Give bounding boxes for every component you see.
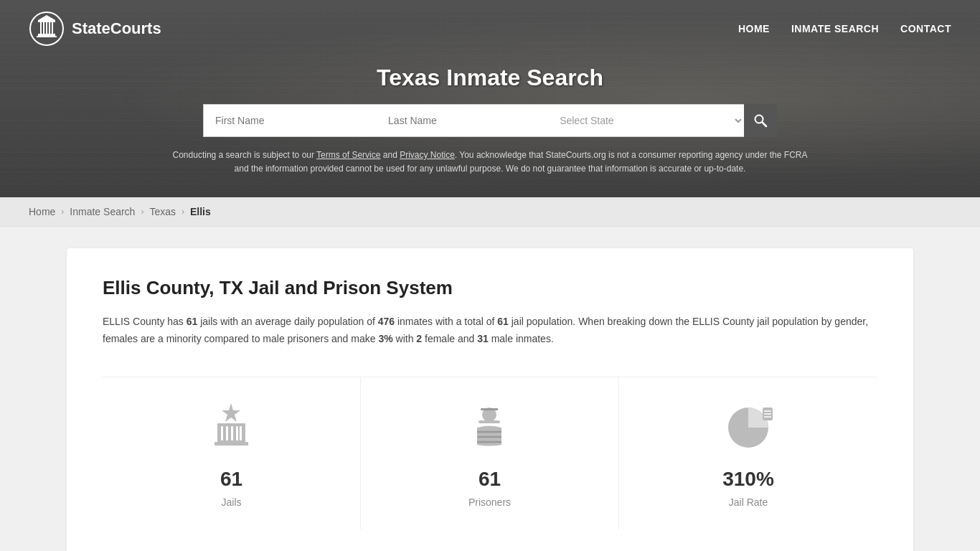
nav-links: HOME INMATE SEARCH CONTACT — [738, 23, 951, 34]
prisoners-label: Prisoners — [468, 496, 511, 508]
tos-link[interactable]: Terms of Service — [316, 150, 380, 160]
breadcrumb: Home › Inmate Search › Texas › Ellis — [29, 206, 951, 217]
svg-rect-15 — [226, 426, 228, 441]
search-section: Texas Inmate Search Select State Alabama… — [0, 57, 980, 197]
svg-marker-12 — [222, 403, 240, 422]
svg-rect-5 — [46, 22, 47, 34]
stat-jail-rate: 310% Jail Rate — [619, 377, 877, 529]
nav-home[interactable]: HOME — [738, 23, 770, 34]
breadcrumb-home[interactable]: Home — [29, 206, 55, 217]
svg-rect-18 — [240, 426, 242, 441]
jail-rate-number: 310% — [722, 468, 774, 491]
prisoner-icon — [461, 399, 519, 456]
stat-jails: 61 Jails — [103, 377, 361, 529]
jails-number: 61 — [220, 468, 242, 491]
jail-rate-label: Jail Rate — [729, 496, 768, 508]
page-title: Texas Inmate Search — [14, 65, 966, 91]
site-logo[interactable]: StateCourts — [29, 11, 161, 47]
breadcrumb-current: Ellis — [190, 206, 211, 217]
breadcrumb-state[interactable]: Texas — [149, 206, 176, 217]
first-name-input[interactable] — [203, 104, 377, 137]
svg-rect-3 — [40, 22, 42, 34]
svg-rect-14 — [221, 426, 223, 441]
pie-chart-icon — [720, 399, 777, 456]
breadcrumb-bar: Home › Inmate Search › Texas › Ellis — [0, 197, 980, 227]
breadcrumb-sep-1: › — [61, 207, 64, 217]
last-name-input[interactable] — [377, 104, 550, 137]
breadcrumb-sep-3: › — [182, 207, 184, 217]
stats-grid: 61 Jails — [103, 377, 877, 529]
page-header: StateCourts HOME INMATE SEARCH CONTACT T… — [0, 0, 980, 197]
nav-contact[interactable]: CONTACT — [900, 23, 951, 34]
disclaimer: Conducting a search is subject to our Te… — [167, 149, 813, 176]
svg-rect-16 — [231, 426, 233, 441]
stat-prisoners: 61 Prisoners — [361, 377, 619, 529]
content-card: Ellis County, TX Jail and Prison System … — [67, 248, 913, 551]
breadcrumb-sep-2: › — [141, 207, 143, 217]
search-button[interactable] — [744, 104, 777, 137]
svg-rect-8 — [38, 20, 55, 22]
svg-rect-7 — [52, 22, 53, 34]
main-content: Ellis County, TX Jail and Prison System … — [0, 227, 980, 551]
nav-inmate-search[interactable]: INMATE SEARCH — [791, 23, 879, 34]
breadcrumb-inmate-search[interactable]: Inmate Search — [70, 206, 135, 217]
svg-rect-22 — [481, 408, 498, 410]
content-description: ELLIS County has 61 jails with an averag… — [103, 314, 877, 348]
svg-line-11 — [763, 123, 767, 127]
svg-rect-6 — [49, 22, 50, 34]
search-icon — [753, 113, 768, 128]
content-title: Ellis County, TX Jail and Prison System — [103, 277, 877, 299]
svg-rect-4 — [43, 22, 44, 34]
jails-label: Jails — [221, 496, 241, 508]
search-bar: Select State AlabamaAlaskaArizona Arkans… — [203, 104, 777, 137]
privacy-link[interactable]: Privacy Notice — [400, 150, 455, 160]
logo-icon — [29, 11, 65, 47]
svg-rect-2 — [37, 36, 57, 37]
site-name: StateCourts — [72, 19, 161, 38]
svg-rect-17 — [236, 426, 238, 441]
prisoners-number: 61 — [479, 468, 501, 491]
navbar: StateCourts HOME INMATE SEARCH CONTACT — [0, 0, 980, 57]
svg-rect-1 — [38, 34, 55, 36]
svg-rect-19 — [215, 442, 248, 446]
jail-icon — [203, 399, 260, 456]
svg-marker-9 — [38, 15, 55, 20]
state-select[interactable]: Select State AlabamaAlaskaArizona Arkans… — [550, 104, 744, 137]
svg-rect-21 — [479, 420, 500, 423]
